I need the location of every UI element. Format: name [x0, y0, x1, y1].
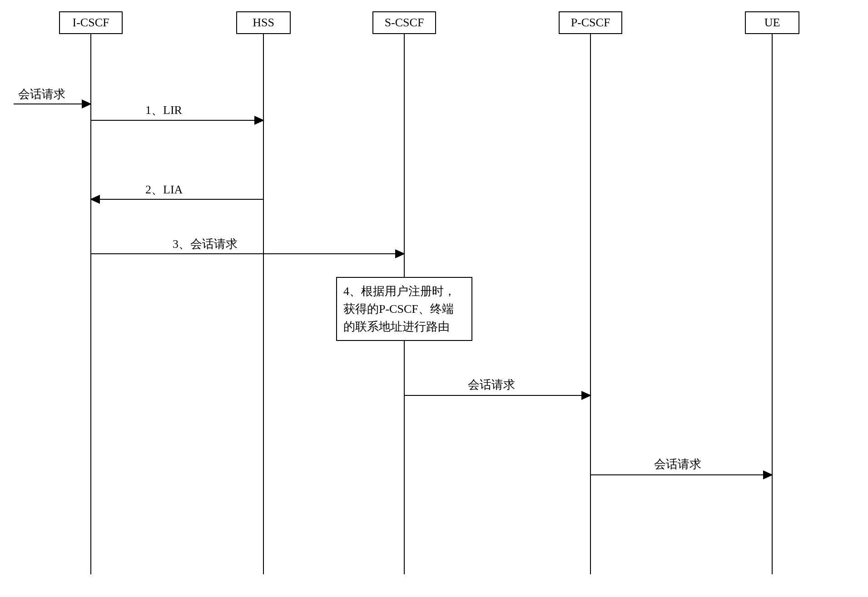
message-3-label: 3、会话请求: [173, 236, 238, 252]
message-1-arrow: [91, 120, 263, 121]
note-4: 4、根据用户注册时， 获得的P-CSCF、终端 的联系地址进行路由: [336, 277, 472, 341]
arrow-head-icon: [581, 391, 591, 400]
participant-i-cscf: I-CSCF: [59, 11, 123, 34]
note-line-1: 4、根据用户注册时，: [343, 282, 465, 300]
participant-label: HSS: [253, 16, 274, 29]
arrow-head-icon: [763, 470, 773, 479]
participant-label: S-CSCF: [385, 16, 424, 29]
lifeline-hss: [263, 34, 264, 574]
message-incoming-arrow: [14, 104, 91, 104]
arrow-head-icon: [90, 195, 100, 204]
participant-ue: UE: [745, 11, 799, 34]
lifeline-p-cscf: [590, 34, 591, 574]
arrow-head-icon: [254, 116, 264, 125]
message-6-arrow: [590, 474, 772, 475]
message-3-arrow: [91, 253, 404, 254]
message-5-label: 会话请求: [468, 377, 515, 393]
message-1-label: 1、LIR: [145, 102, 182, 118]
arrow-head-icon: [395, 249, 405, 258]
message-2-label: 2、LIA: [145, 182, 183, 197]
participant-label: P-CSCF: [571, 16, 610, 29]
message-incoming-label: 会话请求: [18, 86, 65, 102]
participant-label: UE: [764, 16, 780, 29]
participant-s-cscf: S-CSCF: [372, 11, 436, 34]
lifeline-ue: [772, 34, 773, 574]
message-6-label: 会话请求: [654, 456, 701, 472]
note-line-3: 的联系地址进行路由: [343, 318, 465, 336]
note-line-2: 获得的P-CSCF、终端: [343, 300, 465, 318]
message-2-arrow: [91, 199, 263, 200]
arrow-head-icon: [82, 99, 92, 109]
message-5-arrow: [404, 395, 590, 396]
lifeline-i-cscf: [90, 34, 91, 574]
participant-hss: HSS: [236, 11, 291, 34]
participant-p-cscf: P-CSCF: [559, 11, 622, 34]
participant-label: I-CSCF: [73, 16, 109, 29]
